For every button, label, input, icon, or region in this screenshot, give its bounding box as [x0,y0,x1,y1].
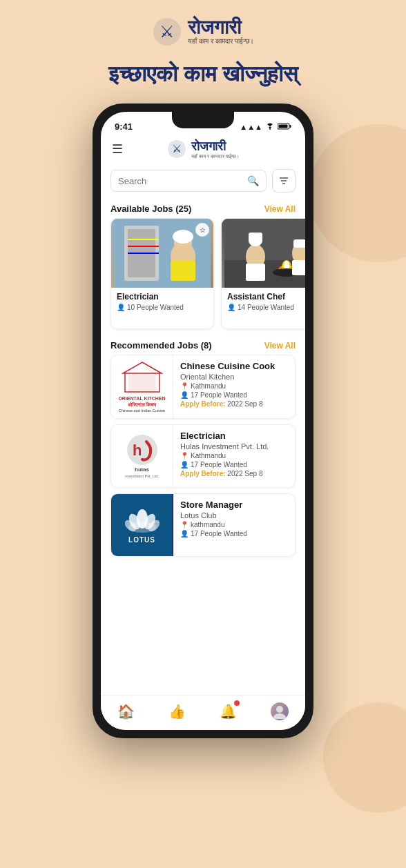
brand-name: रोजगारी [188,18,241,37]
lotus-job-location: 📍 kathmandu [180,521,288,529]
lotus-job-company: Lotus Club [180,511,288,520]
hulas-apply-label: Apply Before: [180,470,226,477]
svg-rect-4 [290,125,291,128]
svg-point-49 [273,713,286,719]
brand-subtitle: यहाँ काम र कामदार पाईन्छ। [188,37,253,46]
recommended-jobs-title: Recommended Jobs (8) [110,340,212,351]
nav-home[interactable]: 🏠 [117,703,135,720]
hulas-location-icon: 📍 [180,452,188,460]
people-icon-2: 👤 [227,304,235,311]
hamburger-button[interactable]: ☰ [112,143,123,155]
svg-rect-26 [249,233,262,242]
status-icons: ▲▲▲ [240,123,291,131]
phone-mockup: 9:41 ▲▲▲ ☰ ⚔ [93,103,313,738]
available-jobs-scroll: ☆ Electrician 👤 10 People Wanted [101,218,305,335]
recommended-jobs-header: Recommended Jobs (8) View All [101,335,305,355]
bottom-nav: 🏠 👍 🔔 [101,695,305,730]
like-icon: 👍 [168,703,186,720]
hulas-job-people: 👤 17 People Wanted [180,461,288,468]
page-header: ⚔ रोजगारी यहाँ काम र कामदार पाईन्छ। इच्छ… [0,0,406,87]
rec-job-lotus[interactable]: LOTUS Store Manager Lotus Club 📍 kathman… [110,493,296,557]
hulas-job-deadline: Apply Before: 2022 Sep 8 [180,470,288,477]
wifi-icon [265,123,275,131]
lotus-job-people: 👤 17 People Wanted [180,530,288,537]
lotus-logo: LOTUS [111,494,173,556]
search-container: 🔍 [101,164,305,198]
job-title-chef: Assistant Chef [227,292,305,302]
apply-before-label: Apply Before: [180,400,226,408]
oriental-job-company: Oriental Kitchen [180,373,288,381]
lotus-job-details: Store Manager Lotus Club 📍 kathmandu 👤 1… [173,494,295,556]
svg-point-48 [276,706,283,713]
hulas-job-company: Hulas Investment Pvt. Ltd. [180,442,288,451]
search-row: 🔍 [110,169,296,193]
job-card-info-electrician: Electrician 👤 10 People Wanted [111,288,213,315]
search-icon: 🔍 [247,175,259,186]
hulas-logo: h hulas investment Pvt. Ltd. [111,425,173,487]
job-card-image-chef: ☆ [222,219,305,288]
job-title-electrician: Electrician [117,292,208,302]
app-logo-subtitle: यहाँ काम र कामदार पाईन्छ। [191,154,240,159]
brand-logo: ⚔ रोजगारी यहाँ काम र कामदार पाईन्छ। [152,17,253,47]
lotus-people-icon: 👤 [180,530,188,537]
oriental-job-people: 👤 17 People Wanted [180,391,288,399]
battery-icon [278,123,291,131]
oriental-logo: ORIENTAL KITCHENओरिएन्टल किचन Chinese an… [111,355,173,418]
home-icon: 🏠 [117,703,135,720]
oriental-job-location: 📍 Kathmandu [180,382,288,390]
job-card-electrician[interactable]: ☆ Electrician 👤 10 People Wanted [110,218,214,329]
svg-text:⚔: ⚔ [160,22,175,41]
nav-like[interactable]: 👍 [168,703,186,720]
search-input[interactable] [118,176,243,186]
svg-rect-33 [293,239,305,248]
profile-avatar [271,702,289,720]
people-icon: 👤 [117,304,125,311]
lotus-location-icon: 📍 [180,521,188,529]
job-card-chef[interactable]: ☆ Assistant Chef 👤 14 People Wanted [221,218,305,329]
job-card-info-chef: Assistant Chef 👤 14 People Wanted [222,288,305,315]
svg-point-20 [173,230,193,244]
nav-notification[interactable]: 🔔 [220,703,237,720]
svg-rect-18 [171,260,195,281]
svg-rect-32 [292,260,305,275]
filter-button[interactable] [272,169,296,193]
recommended-jobs-view-all[interactable]: View All [264,341,296,351]
app-logo: ⚔ रोजगारी यहाँ काम र कामदार पाईन्छ। [166,139,240,159]
oriental-job-details: Chinese Cuisine Cook Oriental Kitchen 📍 … [173,355,295,418]
lotus-job-title: Store Manager [180,500,288,510]
job-people-electrician: 👤 10 People Wanted [117,304,208,311]
job-card-image-electrician: ☆ [111,219,213,288]
chef-image [222,219,305,288]
recommended-jobs-list: ORIENTAL KITCHENओरिएन्टल किचन Chinese an… [101,355,305,695]
phone-screen: 9:41 ▲▲▲ ☰ ⚔ [101,112,305,730]
available-jobs-title: Available Jobs (25) [110,204,191,214]
svg-rect-24 [246,264,265,281]
people-count-icon: 👤 [180,391,188,399]
rec-job-oriental[interactable]: ORIENTAL KITCHENओरिएन्टल किचन Chinese an… [110,355,296,419]
brand-text: रोजगारी यहाँ काम र कामदार पाईन्छ। [188,18,253,46]
oriental-name-text: ORIENTAL KITCHENओरिएन्टल किचन [118,396,165,408]
hulas-sub-text: investment Pvt. Ltd. [125,474,158,478]
oriental-job-title: Chinese Cuisine Cook [180,361,288,371]
svg-rect-5 [279,124,288,128]
job-people-chef: 👤 14 People Wanted [227,304,305,311]
lotus-name-text: LOTUS [128,536,155,544]
hulas-name-text: hulas [135,466,149,473]
app-logo-icon: ⚔ [166,139,187,159]
svg-point-2 [269,128,271,130]
rec-job-hulas[interactable]: h hulas investment Pvt. Ltd. Electrician… [110,424,296,488]
phone-notch [172,112,234,128]
app-logo-text: रोजगारी यहाँ काम र कामदार पाईन्छ। [191,139,240,159]
oriental-job-deadline: Apply Before: 2022 Sep 8 [180,400,288,408]
search-box[interactable]: 🔍 [110,170,267,192]
available-jobs-view-all[interactable]: View All [264,204,296,214]
brand-logo-icon: ⚔ [152,17,182,47]
nav-profile[interactable] [271,702,289,720]
hulas-job-details: Electrician Hulas Investment Pvt. Ltd. 📍… [173,425,295,487]
hulas-people-icon: 👤 [180,461,188,468]
status-time: 9:41 [115,121,133,132]
app-logo-name: रोजगारी [191,139,226,153]
svg-text:h: h [133,442,142,459]
oriental-sub-text: Chinese and Indian Cuisine [119,408,165,413]
svg-text:⚔: ⚔ [172,143,182,155]
